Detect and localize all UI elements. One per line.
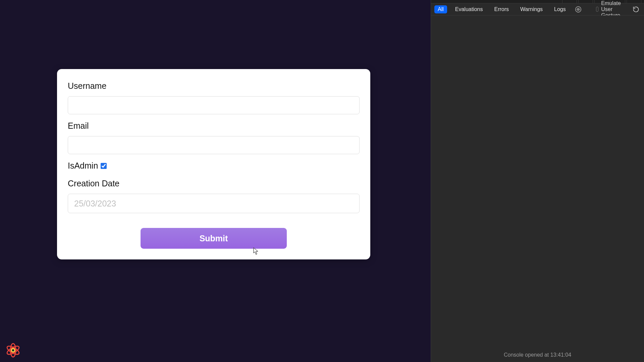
filter-errors[interactable]: Errors [491,5,513,13]
react-query-devtools-badge[interactable] [5,342,21,359]
filter-warnings[interactable]: Warnings [517,5,546,13]
console-filter-bar: All Evaluations Errors Warnings Logs Emu… [431,3,644,15]
creationdate-value: 25/03/2023 [74,199,116,208]
console-body[interactable]: Console opened at 13:41:04 [431,15,644,362]
devtools-tab-notch[interactable] [562,0,577,3]
devtools-panel: All Evaluations Errors Warnings Logs Emu… [431,0,644,362]
filter-all[interactable]: All [434,5,447,13]
flower-atom-icon [5,342,21,358]
creationdate-input[interactable]: 25/03/2023 [68,194,360,213]
email-field: Email [68,121,360,154]
app-viewport: Username Email IsAdmin Creation Date 25/… [0,0,431,362]
username-input[interactable] [68,96,360,114]
refresh-button[interactable] [633,5,639,14]
isadmin-label: IsAdmin [68,161,98,171]
isadmin-checkbox[interactable] [101,163,107,169]
user-form-card: Username Email IsAdmin Creation Date 25/… [57,69,370,259]
username-field: Username [68,81,360,114]
visibility-toggle[interactable] [575,5,582,13]
devtools-tab-notch[interactable] [627,0,641,3]
creationdate-label: Creation Date [68,179,360,188]
username-label: Username [68,81,360,91]
submit-button[interactable]: Submit [141,228,287,249]
creationdate-field: Creation Date 25/03/2023 [68,179,360,213]
filter-logs[interactable]: Logs [551,5,569,13]
emulate-user-gesture-checkbox[interactable] [596,7,598,12]
devtools-tab-notch[interactable] [578,0,593,3]
submit-row: Submit [68,228,360,249]
email-input[interactable] [68,136,360,154]
filter-evaluations[interactable]: Evaluations [452,5,486,13]
svg-point-4 [12,349,14,351]
email-label: Email [68,121,360,131]
isadmin-field: IsAdmin [68,161,107,171]
eye-icon [575,6,582,13]
console-status-text: Console opened at 13:41:04 [504,352,571,358]
refresh-icon [633,6,639,13]
